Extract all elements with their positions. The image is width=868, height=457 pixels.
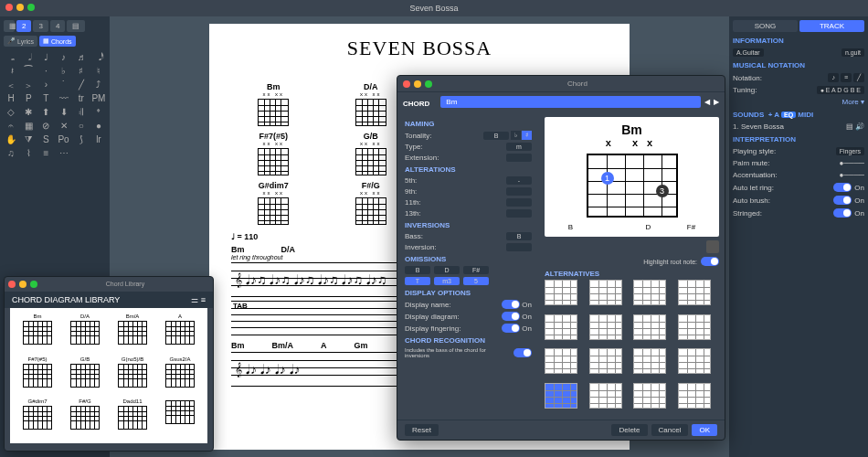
tuning-field[interactable]: ● E A D G B E — [817, 86, 864, 94]
alt-chord[interactable] — [545, 280, 577, 305]
glyph-harm-icon[interactable]: ◇ — [4, 107, 18, 118]
library-chord[interactable] — [158, 399, 202, 438]
library-chord[interactable]: D/A — [63, 314, 107, 353]
layer-tab-extra[interactable]: ▤ — [67, 20, 85, 32]
alt-chord[interactable] — [678, 383, 711, 409]
glyph-half-note-icon[interactable]: 𝅗𝅥 — [21, 52, 36, 63]
alt-chord[interactable] — [633, 314, 666, 340]
library-menu-icon[interactable]: ⚌ ≡ — [191, 295, 206, 304]
highlight-root-toggle[interactable] — [701, 257, 719, 266]
minimize-window-icon[interactable] — [16, 4, 24, 11]
alt-13th-select[interactable] — [506, 209, 532, 218]
alt-11th-select[interactable] — [506, 198, 532, 207]
glyph-decrescendo-icon[interactable]: ＞ — [21, 80, 36, 90]
close-window-icon[interactable] — [5, 4, 13, 11]
glyph-extra1-icon[interactable]: ⌇ — [21, 148, 36, 159]
glyph-extra3-icon[interactable]: ⋯ — [56, 148, 70, 159]
ok-button[interactable]: OK — [692, 424, 717, 436]
chord-diagram[interactable]: G#dim7xx xx — [258, 181, 289, 225]
library-chord[interactable]: G/B — [63, 356, 107, 396]
library-chord[interactable]: F#/G — [63, 399, 107, 438]
next-chord-icon[interactable]: ▶ — [714, 98, 719, 106]
library-chord[interactable]: A — [158, 314, 202, 353]
omit-note[interactable]: F# — [463, 266, 489, 274]
glyph-eighth-note-icon[interactable]: ♪ — [56, 52, 70, 63]
omit-interval[interactable]: m3 — [434, 277, 460, 285]
chord-diagram[interactable]: F#7(#5)xx xx — [258, 132, 289, 175]
minimize-icon[interactable] — [414, 80, 421, 88]
bass-select[interactable]: B — [506, 232, 532, 240]
playing-style-select[interactable]: Fingers — [836, 147, 864, 155]
chord-diagram[interactable]: F#/Gxx xx — [355, 181, 386, 225]
tab-song[interactable]: SONG — [733, 20, 798, 32]
glyph-hammer-icon[interactable]: H — [4, 93, 18, 104]
library-chord[interactable]: G(no5)/B — [111, 356, 154, 396]
glyph-pick-icon[interactable]: ⧩ — [21, 134, 36, 145]
close-icon[interactable] — [403, 80, 410, 88]
zoom-window-icon[interactable] — [27, 4, 35, 11]
prev-chord-icon[interactable]: ◀ — [704, 98, 710, 106]
glyph-flat-icon[interactable]: ♭ — [56, 66, 70, 77]
glyph-natural-icon[interactable]: ♮ — [91, 66, 106, 77]
glyph-sixteenth-icon[interactable]: ♬ — [74, 52, 89, 63]
glyph-repeat-icon[interactable]: 𝄇 — [74, 107, 89, 118]
glyph-notes-icon[interactable]: ♫ — [4, 148, 18, 159]
glyph-palm-icon[interactable]: PM — [91, 93, 106, 104]
notation-slash-icon[interactable]: ╱ — [853, 73, 864, 82]
tab-track[interactable]: TRACK — [799, 20, 864, 32]
glyph-dot-icon[interactable]: · — [38, 66, 53, 77]
library-chord[interactable]: Bm/A — [111, 314, 154, 353]
chord-diagram[interactable]: D/Axx xx — [355, 82, 386, 126]
alt-chord[interactable] — [678, 314, 711, 340]
glyph-chord-icon[interactable]: ▦ — [21, 121, 36, 132]
glyph-misc2-icon[interactable]: ✕ — [56, 121, 70, 132]
zoom-icon[interactable] — [425, 80, 432, 88]
library-chord[interactable]: Gsus2/A — [158, 356, 202, 396]
chords-button[interactable]: ▦ Chords — [39, 36, 76, 47]
glyph-extra2-icon[interactable]: ≡ — [38, 148, 53, 159]
glyph-misc4-icon[interactable]: ● — [91, 121, 106, 132]
sound-menu-icon[interactable]: ▤ 🔊 — [846, 122, 864, 131]
recognition-toggle[interactable] — [513, 348, 532, 357]
alt-chord[interactable] — [589, 383, 622, 409]
play-chord-icon[interactable] — [706, 240, 719, 253]
library-chord[interactable]: Bm — [16, 314, 59, 353]
glyph-accent-icon[interactable]: › — [38, 80, 53, 90]
omit-interval[interactable]: T — [405, 277, 430, 285]
alt-chord-selected[interactable] — [545, 383, 577, 409]
glyph-staccato-icon[interactable]: ˙ — [56, 80, 70, 90]
glyph-slap-icon[interactable]: S — [38, 134, 53, 145]
glyph-bend-icon[interactable]: ⤴ — [91, 80, 106, 90]
alt-chord[interactable] — [633, 348, 666, 374]
alt-chord[interactable] — [678, 348, 711, 374]
chord-result-select[interactable]: Bm — [440, 96, 701, 108]
extension-select[interactable] — [506, 154, 532, 162]
glyph-coda-icon[interactable]: 𝄌 — [91, 107, 106, 118]
glyph-slide-icon[interactable]: ╱ — [74, 80, 89, 90]
layer-tab-1[interactable]: ▦ — [4, 20, 15, 32]
layer-tab-4[interactable]: 4 — [50, 20, 65, 32]
glyph-fermata-icon[interactable]: 𝄐 — [4, 121, 18, 132]
layer-tab-2[interactable]: 2 — [16, 20, 31, 32]
alt-chord[interactable] — [545, 348, 577, 374]
display-name-toggle[interactable] — [502, 300, 520, 309]
glyph-whole-note-icon[interactable]: 𝅝 — [4, 52, 18, 63]
glyph-misc1-icon[interactable]: ⊘ — [38, 121, 53, 132]
glyph-hand-icon[interactable]: ✋ — [4, 134, 18, 145]
zoom-icon[interactable] — [30, 281, 37, 288]
glyph-tie-icon[interactable]: ⁀ — [21, 66, 36, 77]
alt-5th-select[interactable]: - — [506, 176, 532, 185]
close-icon[interactable] — [8, 281, 16, 288]
glyph-sharp-icon[interactable]: ♯ — [74, 66, 89, 77]
alt-chord[interactable] — [545, 314, 577, 340]
inversion-select[interactable] — [506, 243, 532, 251]
library-chord[interactable]: G#dim7 — [16, 399, 59, 438]
glyph-misc3-icon[interactable]: ○ — [74, 121, 89, 132]
alt-chord[interactable] — [589, 280, 622, 305]
minimize-icon[interactable] — [19, 281, 26, 288]
stringed-toggle[interactable] — [833, 208, 852, 218]
chord-diagram-editor[interactable]: 1 3 — [587, 154, 678, 218]
glyph-tap-icon[interactable]: ✱ — [21, 107, 36, 118]
flat-button[interactable]: ♭ — [511, 131, 521, 140]
track-name-field[interactable]: A.Guitar — [733, 48, 764, 57]
